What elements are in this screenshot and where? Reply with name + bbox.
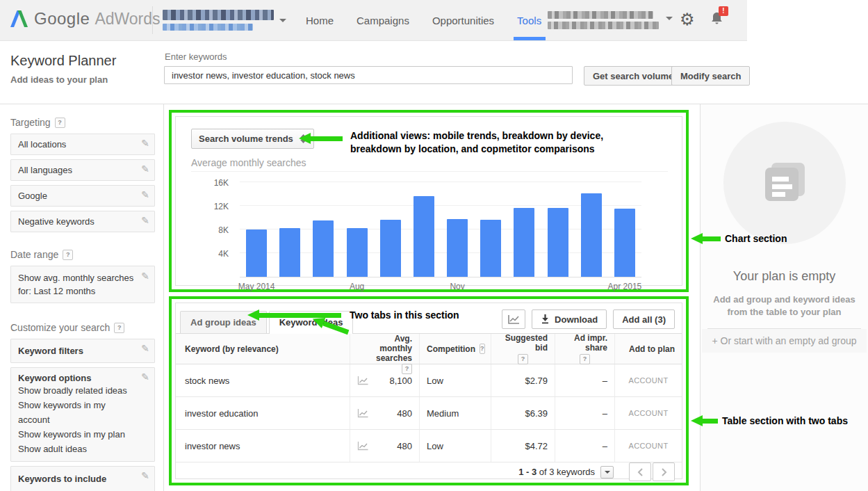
account-info[interactable]	[548, 11, 673, 29]
targeting-network-card[interactable]: Google ✎	[10, 185, 155, 207]
edit-pencil-icon[interactable]: ✎	[141, 371, 149, 383]
annotation-chart-text: Chart section	[725, 232, 787, 246]
ad-impr-share-cell: –	[555, 364, 614, 396]
search-volume-chart: 4K8K12K16K May 2014AugNovApr 2015	[191, 171, 668, 293]
edit-pencil-icon[interactable]: ✎	[141, 163, 149, 175]
suggested-bid-help-icon[interactable]: ?	[518, 354, 528, 364]
adwords-logo[interactable]: Google AdWords	[10, 9, 161, 29]
account-switcher[interactable]	[163, 10, 274, 31]
account-email-redacted	[163, 24, 253, 31]
edit-pencil-icon[interactable]: ✎	[141, 215, 149, 226]
customer-id-redacted	[548, 11, 653, 19]
get-search-volume-button[interactable]: Get search volume	[584, 66, 682, 86]
chart-bar	[313, 220, 334, 277]
edit-pencil-icon[interactable]: ✎	[141, 270, 149, 283]
keyword-option-item: Show keywords in my plan	[18, 427, 136, 442]
competition-help-icon[interactable]: ?	[480, 344, 485, 354]
chart-bar	[514, 208, 534, 277]
chart-subtitle: Average monthly searches	[191, 157, 668, 168]
avg-searches-value: 8,100	[389, 376, 412, 386]
targeting-title-label: Targeting	[10, 117, 51, 128]
languages-label: All languages	[18, 165, 72, 175]
annotation-table-section: Table section with two tabs	[691, 415, 848, 428]
mini-trend-icon[interactable]	[357, 408, 369, 418]
notification-bell-icon[interactable]: !	[710, 11, 723, 29]
col-ad-impr-share: Ad impr. share ?	[555, 334, 614, 364]
add-all-button[interactable]: Add all (3)	[613, 309, 675, 329]
edit-pencil-icon[interactable]: ✎	[141, 470, 149, 481]
edit-pencil-icon[interactable]: ✎	[141, 138, 149, 149]
brand-adwords: AdWords	[95, 10, 160, 29]
chart-xtick-label: May 2014	[238, 282, 275, 291]
modify-search-button[interactable]: Modify search	[671, 66, 750, 86]
chart-bar	[447, 219, 468, 277]
chart-plot	[240, 183, 641, 277]
customize-section-title: Customize your search ?	[10, 322, 155, 333]
col-add-to-plan: Add to plan	[614, 334, 682, 364]
add-to-plan-cell: ACCOUNT	[614, 430, 682, 462]
gear-icon[interactable]: ⚙	[680, 10, 695, 29]
targeting-languages-card[interactable]: All languages ✎	[10, 159, 155, 181]
locations-label: All locations	[18, 139, 66, 150]
chart-view-dropdown[interactable]: Search volume trends	[191, 129, 314, 149]
chart-bar	[347, 228, 368, 277]
account-add-link[interactable]: ACCOUNT	[628, 376, 668, 385]
table-row: investor news 480 Low $4.72 – ACC	[176, 430, 682, 462]
download-icon	[541, 314, 550, 324]
prev-page-button[interactable]	[629, 462, 651, 481]
mini-trend-icon[interactable]	[357, 376, 369, 385]
menu-home[interactable]: Home	[306, 0, 334, 40]
menu-tools[interactable]: Tools	[517, 0, 541, 40]
table-toolbar: Download Add all (3)	[502, 309, 675, 333]
keywords-to-include-card[interactable]: Keywords to include ✎	[10, 466, 155, 491]
competition-cell: Medium	[419, 397, 491, 429]
account-add-link[interactable]: ACCOUNT	[628, 442, 668, 450]
chevron-right-icon	[661, 468, 667, 476]
date-range-help-icon[interactable]: ?	[63, 250, 73, 260]
menu-tools-label: Tools	[517, 15, 541, 26]
account-add-link[interactable]: ACCOUNT	[628, 409, 668, 417]
avg-searches-cell: 480	[350, 430, 419, 462]
date-range-card[interactable]: Show avg. monthly searches for: Last 12 …	[10, 266, 155, 303]
pager	[629, 462, 675, 481]
edit-pencil-icon[interactable]: ✎	[141, 189, 149, 200]
main-content: Search volume trends Average monthly sea…	[164, 104, 700, 491]
mini-trend-icon[interactable]	[357, 441, 369, 451]
keyword-cell: investor education	[176, 397, 350, 429]
annotation-two-tabs: Two tabs in this section	[247, 309, 459, 322]
start-empty-ad-group-link[interactable]: + Or start with an empty ad group	[702, 329, 867, 353]
keyword-filters-card[interactable]: Keyword filters ✎	[10, 339, 155, 363]
menu-campaigns[interactable]: Campaigns	[357, 0, 409, 40]
annotation-arrow-left	[691, 415, 718, 426]
empty-plan-circle	[723, 122, 846, 244]
chart-ytick-label: 12K	[214, 202, 229, 211]
keyword-options-card[interactable]: Keyword options ✎ Show broadly related i…	[10, 367, 155, 462]
annotation-chart-section: Chart section	[691, 233, 787, 246]
next-page-button[interactable]	[653, 462, 675, 481]
targeting-help-icon[interactable]: ?	[55, 118, 65, 128]
table-pagination: 1 - 3 of 3 keywords	[176, 462, 682, 481]
avg-searches-cell: 480	[350, 397, 419, 429]
chart-view-toggle-button[interactable]	[502, 309, 525, 329]
account-caret-icon[interactable]	[279, 19, 286, 22]
pagination-text: of 3 keywords	[539, 467, 595, 477]
keyword-option-item: Show broadly related ideas	[18, 383, 136, 398]
chart-ytick-label: 8K	[218, 225, 229, 235]
ad-impr-help-icon[interactable]: ?	[580, 354, 590, 364]
keywords-input[interactable]	[164, 66, 573, 84]
page-size-dropdown[interactable]	[600, 466, 614, 478]
menu-opportunities[interactable]: Opportunities	[432, 0, 494, 40]
customize-help-icon[interactable]: ?	[114, 323, 124, 333]
chevron-left-icon	[637, 468, 644, 476]
suggested-bid-cell: $4.72	[491, 430, 555, 462]
chart-bar	[279, 228, 300, 277]
targeting-locations-card[interactable]: All locations ✎	[10, 134, 155, 155]
plan-empty-title: Your plan is empty	[701, 269, 868, 284]
negative-keywords-card[interactable]: Negative keywords ✎	[10, 211, 155, 232]
line-chart-icon	[507, 314, 521, 325]
download-button[interactable]: Download	[532, 309, 607, 329]
edit-pencil-icon[interactable]: ✎	[141, 343, 149, 354]
ideas-table-card: Ad group ideas Keyword ideas	[175, 303, 682, 479]
col-competition: Competition ?	[419, 334, 491, 364]
network-label: Google	[18, 191, 47, 201]
